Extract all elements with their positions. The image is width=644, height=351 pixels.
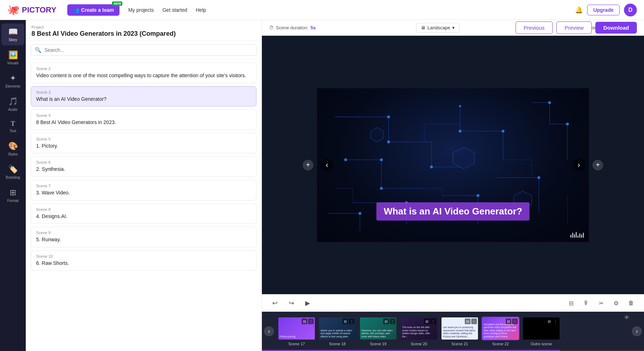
sidebar-item-audio[interactable]: 🎵 Audio — [1, 93, 24, 115]
logo-text: PICTORY — [22, 5, 57, 15]
scene-label: Scene 3 — [36, 90, 251, 94]
user-avatar[interactable]: D — [624, 4, 637, 16]
sidebar-text-label: Text — [10, 129, 16, 133]
timeline-thumb-17[interactable]: Pictory pricing ⊟ ⋮ — [278, 317, 316, 340]
delete-button[interactable]: 🗑 — [625, 297, 637, 309]
svg-point-32 — [477, 194, 479, 197]
sidebar-format-label: Format — [7, 199, 19, 203]
sidebar-item-branding[interactable]: 🏷️ Branding — [1, 161, 24, 183]
add-scene-right-button[interactable]: + — [592, 160, 603, 170]
timeline-thumb-22[interactable]: templates and the ability to generate vi… — [482, 317, 519, 340]
thumb-menu-icon-19[interactable]: ⋮ — [390, 318, 395, 324]
clock-icon: ⏱ — [269, 25, 274, 30]
redo-button[interactable]: ↪ — [286, 297, 297, 309]
list-item[interactable]: Scene 4 8 Best AI Video Generators in 20… — [31, 109, 257, 130]
scene-label: Scene 6 — [36, 160, 251, 164]
video-controls: ↩ ↪ ▶ ⊟ 🎙 ✂ ⚙ 🗑 — [262, 294, 644, 312]
download-button[interactable]: Download — [595, 22, 637, 34]
header-buttons: Previous Preview Download — [516, 21, 637, 34]
timeline-scroll-left[interactable]: ‹ — [264, 326, 274, 336]
timeline-label-outro: Outro scene — [531, 342, 552, 346]
scene-text: 3. Wave Video. — [36, 189, 251, 197]
thumb-scene-icon-18[interactable]: ⊟ — [342, 318, 348, 324]
list-item[interactable]: Scene 7 3. Wave Video. — [31, 180, 257, 201]
nav-help[interactable]: Help — [196, 7, 206, 13]
svg-point-34 — [548, 101, 551, 104]
timeline-thumb-18[interactable]: allows you to upload a video and apply w… — [318, 317, 356, 340]
thumb-overlay-22: templates and the ability to generate vi… — [484, 323, 517, 338]
scene-duration-info: ⏱ Scene duration: 5s — [269, 25, 316, 30]
create-team-button[interactable]: 👥 Create a team NEW — [67, 4, 120, 16]
timeline-label-22: Scene 22 — [492, 342, 509, 346]
thumb-menu-icon-22[interactable]: ⋮ — [512, 318, 518, 324]
orientation-label: Landscape — [428, 25, 450, 30]
sidebar-elements-label: Elements — [5, 84, 20, 88]
svg-point-31 — [566, 123, 569, 125]
list-item[interactable]: Scene 8 4. Designs.AI. — [31, 203, 257, 224]
thumb-menu-icon-outro[interactable]: ⋮ — [553, 318, 558, 324]
add-scene-left-button[interactable]: + — [303, 160, 313, 170]
thumb-overlay-19: However, you can edit video effects, tex… — [361, 329, 395, 338]
list-item[interactable]: Scene 10 6. Raw Shorts. — [31, 250, 257, 271]
scissors-button[interactable]: ✂ — [595, 297, 607, 309]
subtitles-button[interactable]: ⊟ — [565, 297, 577, 309]
thumb-menu-icon-17[interactable]: ⋮ — [308, 318, 314, 324]
preview-button[interactable]: Preview — [556, 21, 592, 34]
format-icon: ⊞ — [10, 188, 16, 197]
thumb-menu-icon-21[interactable]: ⋮ — [471, 318, 477, 324]
svg-point-33 — [358, 212, 361, 215]
timeline-thumb-outro[interactable]: ⊟ ⋮ — [522, 317, 560, 340]
thumb-scene-icon-19[interactable]: ⊟ — [383, 318, 389, 324]
settings-button[interactable]: ⚙ — [610, 297, 622, 309]
thumb-scene-icon-22[interactable]: ⊟ — [506, 318, 511, 324]
thumb-icons-22: ⊟ ⋮ — [506, 318, 518, 324]
scene-label: Scene 4 — [36, 113, 251, 118]
timeline-scroll-right[interactable]: › — [632, 326, 642, 336]
list-item[interactable]: Scene 5 1. Pictory. — [31, 133, 257, 154]
list-item[interactable]: Scene 9 5. Runway. — [31, 227, 257, 247]
search-wrap: 🔍 — [31, 44, 257, 56]
thumb-overlay-17: Pictory pricing — [280, 335, 313, 338]
audio-bar — [576, 232, 577, 238]
sidebar-item-visuals[interactable]: 🖼️ Visuals — [1, 47, 24, 69]
svg-point-27 — [459, 130, 462, 133]
timeline-thumb-21[interactable]: can assist you in producing impressive c… — [441, 317, 479, 340]
timeline-scene-20: The tools on the left offer some models … — [399, 317, 439, 346]
sidebar-item-text[interactable]: T Text — [1, 117, 24, 137]
previous-button[interactable]: Previous — [516, 21, 553, 34]
microphone-button[interactable]: 🎙 — [580, 297, 592, 309]
list-item[interactable]: Scene 6 2. Synthesia. — [31, 156, 257, 177]
logo[interactable]: 🐙 PICTORY — [7, 4, 57, 16]
notifications-bell-icon[interactable]: 🔔 — [575, 6, 583, 14]
audio-bars — [570, 232, 584, 238]
search-icon: 🔍 — [35, 47, 42, 53]
upgrade-button[interactable]: Upgrade — [587, 5, 620, 15]
sidebar-item-story[interactable]: 📖 Story — [1, 24, 24, 45]
search-input[interactable] — [44, 47, 253, 53]
timeline-thumb-20[interactable]: The tools on the left offer some models … — [400, 317, 438, 340]
timeline-thumb-19[interactable]: However, you can edit video effects, tex… — [359, 317, 397, 340]
sidebar-item-format[interactable]: ⊞ Format — [1, 184, 24, 206]
thumb-menu-icon-18[interactable]: ⋮ — [349, 318, 355, 324]
play-button[interactable]: ▶ — [302, 297, 313, 309]
thumb-scene-icon-17[interactable]: ⊟ — [302, 318, 307, 324]
audio-bar — [570, 235, 571, 238]
nav-my-projects[interactable]: My projects — [128, 7, 154, 13]
video-next-arrow[interactable]: › — [572, 159, 585, 172]
svg-point-25 — [380, 158, 383, 161]
nav-right: 🔔 Upgrade D — [575, 4, 637, 16]
thumb-menu-icon-20[interactable]: ⋮ — [430, 318, 436, 324]
thumb-scene-icon-20[interactable]: ⊟ — [424, 318, 430, 324]
scene-label: Scene 8 — [36, 207, 251, 212]
undo-button[interactable]: ↩ — [269, 297, 280, 309]
list-item[interactable]: Scene 2 Video content is one of the most… — [31, 63, 257, 83]
list-item[interactable]: Scene 3 What is an AI Video Generator? — [31, 86, 257, 107]
scene-text: 8 Best AI Video Generators in 2023. — [36, 119, 251, 126]
sidebar-item-styles[interactable]: 🎨 Styles — [1, 138, 24, 160]
thumb-scene-icon-21[interactable]: ⊟ — [465, 318, 470, 324]
thumb-scene-icon-outro[interactable]: ⊟ — [546, 318, 552, 324]
sidebar-item-elements[interactable]: ✦ Elements — [1, 70, 24, 92]
nav-get-started[interactable]: Get started — [162, 7, 187, 13]
video-prev-arrow[interactable]: ‹ — [321, 159, 333, 172]
orientation-select[interactable]: 🖥 Landscape ▾ — [416, 23, 460, 33]
